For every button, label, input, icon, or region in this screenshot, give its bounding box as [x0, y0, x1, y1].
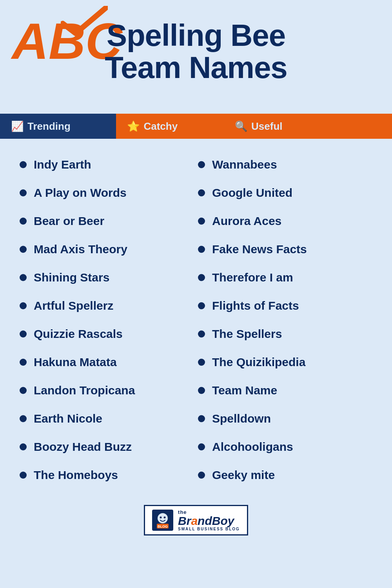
bullet-icon [198, 387, 205, 394]
list-item: The Homeboys [20, 461, 198, 489]
brandboy-face-icon: BLOG [152, 510, 173, 531]
bullet-icon [198, 246, 205, 253]
tab-useful-label: Useful [251, 120, 282, 132]
list-item-text: Spelldown [212, 412, 271, 426]
left-column: Indy Earth A Play on Words Bear or Beer … [20, 151, 198, 489]
bullet-icon [20, 443, 27, 450]
list-item-text: The Homeboys [34, 468, 118, 482]
list-item: A Play on Words [20, 179, 198, 207]
footer: BLOG the BrandBoy SMALL BUSINESS BLOG [0, 497, 392, 547]
logo-tagline-text: SMALL BUSINESS BLOG [178, 527, 240, 531]
list-item: Landon Tropicana [20, 376, 198, 405]
list-item-text: Google United [212, 186, 292, 200]
bullet-icon [20, 359, 27, 366]
trending-icon: 📈 [11, 120, 24, 132]
bullet-icon [20, 472, 27, 479]
tabs-bar: 📈 Trending ⭐ Catchy 🔍 Useful [0, 114, 392, 139]
svg-point-3 [164, 517, 166, 519]
bullet-icon [198, 443, 205, 450]
list-item: Wannabees [198, 151, 376, 179]
tab-trending[interactable]: 📈 Trending [0, 114, 116, 139]
list-item-text: Shining Stars [34, 270, 109, 285]
page-title: Spelling Bee Team Names [16, 20, 376, 84]
list-item-text: Therefore I am [212, 270, 293, 285]
list-item: Aurora Aces [198, 207, 376, 235]
list-item-text: A Play on Words [34, 186, 127, 200]
bullet-icon [198, 274, 205, 281]
logo-text: the BrandBoy SMALL BUSINESS BLOG [178, 509, 240, 531]
bullet-icon [20, 415, 27, 422]
bullet-icon [20, 274, 27, 281]
bullet-icon [198, 218, 205, 225]
list-item: The Spellers [198, 320, 376, 348]
bullet-icon [20, 218, 27, 225]
bullet-icon [198, 302, 205, 309]
bullet-icon [20, 189, 27, 196]
list-item-text: Quizzie Rascals [34, 327, 123, 341]
list-item-text: Fake News Facts [212, 242, 307, 256]
title-block: Spelling Bee Team Names [16, 12, 376, 84]
brandboy-logo: BLOG the BrandBoy SMALL BUSINESS BLOG [144, 505, 248, 535]
bullet-icon [198, 415, 205, 422]
main-content: Indy Earth A Play on Words Bear or Beer … [0, 139, 392, 497]
bullet-icon [20, 387, 27, 394]
tab-useful[interactable]: 🔍 Useful [224, 114, 340, 139]
list-item: Indy Earth [20, 151, 198, 179]
bullet-icon [198, 161, 205, 168]
tab-catchy[interactable]: ⭐ Catchy [116, 114, 224, 139]
list-item-text: Earth Nicole [34, 412, 102, 426]
bullet-icon [198, 472, 205, 479]
list-item: Fake News Facts [198, 235, 376, 263]
list-item: The Quizikipedia [198, 348, 376, 376]
list-item: Hakuna Matata [20, 348, 198, 376]
bullet-icon [20, 330, 27, 338]
header-section: ABC Spelling Bee Team Names [0, 0, 392, 110]
bullet-icon [20, 302, 27, 309]
list-item: Geeky mite [198, 461, 376, 489]
bullet-icon [198, 359, 205, 366]
list-item-text: Bear or Beer [34, 214, 104, 228]
list-item-text: Mad Axis Theory [34, 242, 127, 256]
tab-catchy-label: Catchy [143, 120, 178, 132]
list-item-text: Artful Spellerz [34, 299, 113, 313]
bullet-icon [198, 330, 205, 338]
list-item-text: Geeky mite [212, 468, 275, 482]
list-item: Alcohooligans [198, 433, 376, 461]
bullet-icon [198, 189, 205, 196]
list-item: Spelldown [198, 405, 376, 433]
useful-icon: 🔍 [235, 120, 247, 132]
tab-extra [340, 114, 392, 139]
list-item: Shining Stars [20, 263, 198, 292]
list-item: Flights of Facts [198, 292, 376, 320]
list-item-text: Flights of Facts [212, 299, 299, 313]
list-item-text: Hakuna Matata [34, 355, 117, 369]
list-item: Boozy Head Buzz [20, 433, 198, 461]
list-item-text: The Spellers [212, 327, 282, 341]
list-item: Bear or Beer [20, 207, 198, 235]
list-item-text: Wannabees [212, 158, 277, 172]
list-item: Quizzie Rascals [20, 320, 198, 348]
bullet-icon [20, 246, 27, 253]
list-item: Team Name [198, 376, 376, 405]
list-item: Earth Nicole [20, 405, 198, 433]
catchy-icon: ⭐ [127, 120, 140, 132]
svg-point-1 [158, 513, 168, 523]
list-item: Mad Axis Theory [20, 235, 198, 263]
list-item-text: Alcohooligans [212, 440, 293, 454]
logo-brandboy-text: BrandBoy [178, 515, 234, 527]
list-item: Google United [198, 179, 376, 207]
list-item-text: Aurora Aces [212, 214, 281, 228]
right-column: Wannabees Google United Aurora Aces Fake… [198, 151, 376, 489]
tab-trending-label: Trending [27, 120, 71, 132]
list-item: Therefore I am [198, 263, 376, 292]
list-item-text: Landon Tropicana [34, 383, 135, 397]
bullet-icon [20, 161, 27, 168]
list-item-text: Boozy Head Buzz [34, 440, 132, 454]
svg-point-2 [160, 517, 162, 519]
list-item: Artful Spellerz [20, 292, 198, 320]
list-item-text: Team Name [212, 383, 277, 397]
svg-text:BLOG: BLOG [158, 524, 168, 528]
list-item-text: Indy Earth [34, 158, 91, 172]
list-item-text: The Quizikipedia [212, 355, 305, 369]
